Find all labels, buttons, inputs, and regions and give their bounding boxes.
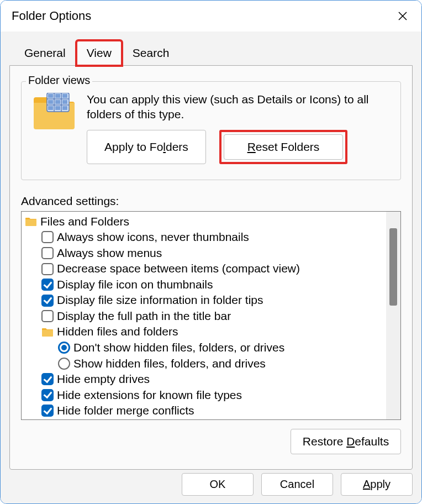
tree-group-hidden-files: Hidden files and folders <box>25 324 386 340</box>
scroll-thumb[interactable] <box>389 228 397 306</box>
apply-to-folders-button[interactable]: Apply to Folders <box>87 130 206 164</box>
option-always-show-menus[interactable]: Always show menus <box>25 245 386 261</box>
svg-rect-8 <box>55 94 60 98</box>
close-button[interactable] <box>395 8 410 24</box>
svg-rect-10 <box>48 100 53 104</box>
svg-rect-13 <box>48 106 53 110</box>
dialog-body: General View Search Folder views <box>1 32 421 503</box>
option-label: Hide extensions for known file types <box>57 387 242 403</box>
reset-folders-button[interactable]: Reset Folders <box>224 134 343 160</box>
tree-group-files-and-folders: Files and Folders <box>25 214 386 230</box>
ok-button[interactable]: OK <box>182 473 254 496</box>
checkbox-icon <box>41 295 54 307</box>
option-always-show-icons[interactable]: Always show icons, never thumbnails <box>25 229 386 245</box>
tabs: General View Search <box>9 40 413 66</box>
advanced-settings-tree[interactable]: Files and Folders Always show icons, nev… <box>21 211 401 420</box>
option-size-in-tips[interactable]: Display file size information in folder … <box>25 292 386 308</box>
svg-rect-11 <box>55 100 60 104</box>
checkbox-icon <box>41 263 54 275</box>
option-label: Always show menus <box>57 245 162 261</box>
titlebar: Folder Options <box>1 1 421 32</box>
option-hide-empty-drives[interactable]: Hide empty drives <box>25 371 386 387</box>
option-label: Hide folder merge conflicts <box>57 403 194 419</box>
tree-group-label: Files and Folders <box>40 214 129 230</box>
folder-icon <box>41 327 54 337</box>
tab-search[interactable]: Search <box>122 40 180 66</box>
dialog-footer-buttons: OK Cancel Apply <box>182 473 413 496</box>
svg-rect-7 <box>48 94 53 98</box>
folder-views-content: You can apply this view (such as Details… <box>87 92 391 164</box>
folder-options-window: Folder Options General View Search Folde… <box>0 0 422 504</box>
folder-views-group: Folder views <box>21 81 401 180</box>
restore-defaults-button[interactable]: Restore Defaults <box>291 429 401 454</box>
apply-button[interactable]: Apply <box>341 473 413 496</box>
checkbox-icon <box>41 389 54 401</box>
checkbox-icon <box>41 310 54 322</box>
checkbox-icon <box>41 279 54 291</box>
reset-folders-highlight: Reset Folders <box>219 130 347 164</box>
checkbox-icon <box>41 405 54 417</box>
folder-icon <box>25 217 37 227</box>
tree-scroll-area: Files and Folders Always show icons, nev… <box>22 212 386 419</box>
folder-views-legend: Folder views <box>26 74 92 87</box>
option-icon-on-thumbnails[interactable]: Display file icon on thumbnails <box>25 277 386 293</box>
svg-rect-14 <box>55 106 60 110</box>
option-label: Always show icons, never thumbnails <box>57 229 249 245</box>
option-compact-view[interactable]: Decrease space between items (compact vi… <box>25 261 386 277</box>
tab-general[interactable]: General <box>14 40 76 66</box>
checkbox-icon <box>41 231 54 243</box>
option-label: Show hidden files, folders, and drives <box>73 356 266 372</box>
tab-view[interactable]: View <box>76 40 122 66</box>
option-label: Don't show hidden files, folders, or dri… <box>73 340 284 356</box>
option-label: Hide empty drives <box>57 371 150 387</box>
tree-group-label: Hidden files and folders <box>57 324 178 340</box>
cancel-button[interactable]: Cancel <box>261 473 333 496</box>
option-label: Decrease space between items (compact vi… <box>57 261 300 277</box>
close-icon <box>398 11 408 21</box>
folder-views-icon <box>31 93 77 130</box>
svg-rect-9 <box>62 94 67 98</box>
svg-rect-12 <box>62 100 67 104</box>
option-hide-merge-conflicts[interactable]: Hide folder merge conflicts <box>25 403 386 419</box>
option-label: Display file size information in folder … <box>57 292 263 308</box>
svg-rect-15 <box>62 106 67 110</box>
option-hide-extensions[interactable]: Hide extensions for known file types <box>25 387 386 403</box>
radio-icon <box>58 342 70 354</box>
folder-views-description: You can apply this view (such as Details… <box>87 92 391 122</box>
radio-icon <box>58 358 70 370</box>
option-full-path-titlebar[interactable]: Display the full path in the title bar <box>25 308 386 324</box>
option-dont-show-hidden[interactable]: Don't show hidden files, folders, or dri… <box>25 340 386 356</box>
advanced-settings-label: Advanced settings: <box>21 195 401 208</box>
option-show-hidden[interactable]: Show hidden files, folders, and drives <box>25 356 386 372</box>
tree-scrollbar[interactable] <box>386 212 400 419</box>
checkbox-icon <box>41 373 54 385</box>
tab-panel-view: Folder views <box>9 65 413 470</box>
checkbox-icon <box>41 247 54 259</box>
window-title: Folder Options <box>12 9 91 23</box>
option-label: Display the full path in the title bar <box>57 308 231 324</box>
option-label: Display file icon on thumbnails <box>57 277 213 293</box>
